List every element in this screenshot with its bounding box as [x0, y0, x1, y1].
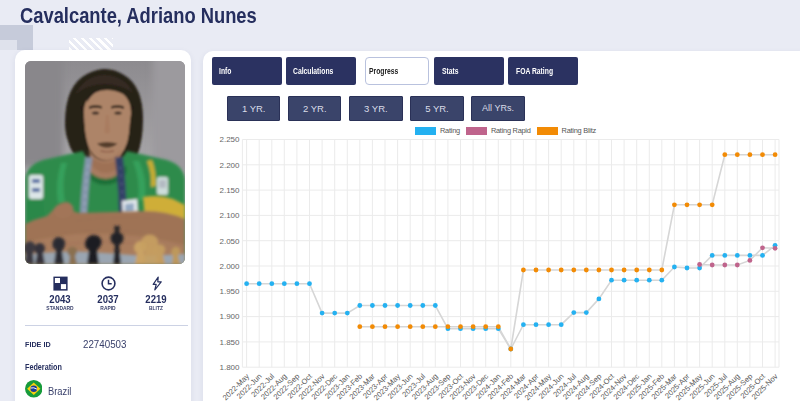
svg-text:2.050: 2.050 [219, 237, 240, 246]
svg-text:1.900: 1.900 [219, 312, 240, 321]
svg-text:1.950: 1.950 [219, 287, 240, 296]
svg-text:2.000: 2.000 [219, 262, 240, 271]
svg-text:2.250: 2.250 [219, 135, 240, 144]
svg-text:2.200: 2.200 [219, 161, 240, 170]
svg-text:1.800: 1.800 [219, 363, 240, 372]
svg-text:2.150: 2.150 [219, 186, 240, 195]
svg-text:2.100: 2.100 [219, 211, 240, 220]
svg-text:1.850: 1.850 [219, 338, 240, 347]
